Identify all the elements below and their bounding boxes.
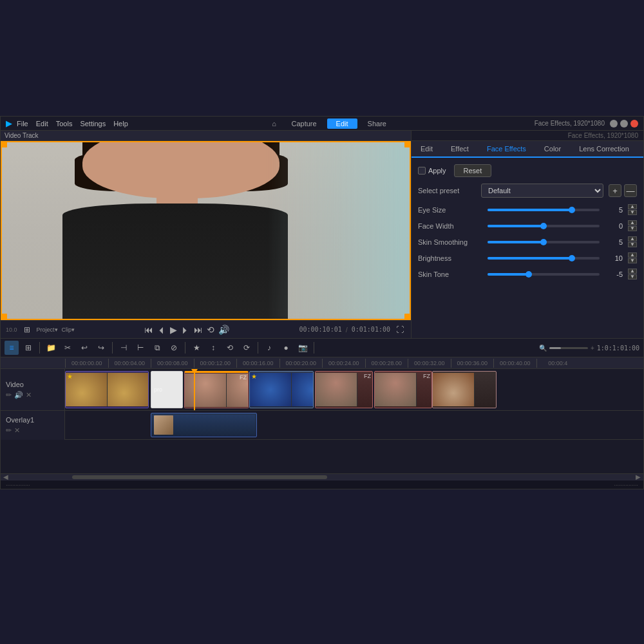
tb-ripple-delete[interactable]: ⊘ — [167, 341, 181, 355]
face-width-up[interactable]: ▲ — [628, 220, 637, 225]
slider-skin-tone-thumb[interactable] — [526, 271, 532, 278]
tb-audio[interactable]: ♪ — [262, 341, 276, 355]
tab-face-effects[interactable]: Face Effects — [478, 141, 535, 158]
fullscreen-button[interactable]: ⛶ — [394, 325, 406, 334]
video-track-lock[interactable]: ✕ — [26, 391, 32, 399]
brightness-down[interactable]: ▼ — [628, 258, 637, 263]
menu-edit[interactable]: Edit — [36, 120, 48, 128]
video-track-content[interactable]: ★ pro FZ — [65, 369, 643, 410]
zoom-in-icon[interactable]: + — [591, 345, 594, 352]
nav-share[interactable]: Share — [359, 118, 395, 129]
preset-actions: + — — [609, 184, 637, 197]
tb-cut[interactable]: ✂ — [61, 341, 75, 355]
ruler-mark-4: 00:00:16.00 — [236, 359, 279, 368]
clip-woman3[interactable]: FZ — [374, 371, 432, 408]
preset-delete-button[interactable]: — — [624, 184, 637, 197]
clip-cosmetics[interactable]: ★ — [249, 371, 314, 408]
overlay-clip[interactable] — [151, 413, 257, 437]
preset-select[interactable]: Default Preset 1 Preset 2 — [481, 184, 603, 198]
zoom-out-icon[interactable]: 🔍 — [539, 345, 547, 352]
clip-blank[interactable]: pro — [151, 371, 183, 408]
slider-skin-smoothing-track[interactable] — [488, 241, 600, 243]
slider-face-width: Face Width 0 ▲ ▼ — [418, 220, 637, 231]
overlay-track-content[interactable] — [65, 411, 643, 439]
tb-grid-view[interactable]: ⊞ — [21, 341, 35, 355]
preset-add-button[interactable]: + — [609, 184, 621, 197]
skin-tone-up[interactable]: ▲ — [628, 269, 637, 274]
tb-undo[interactable]: ↩ — [77, 341, 91, 355]
menu-help[interactable]: Help — [113, 120, 128, 128]
slider-brightness-track[interactable] — [488, 257, 600, 260]
window-controls — [610, 120, 638, 128]
tb-record[interactable]: ● — [279, 341, 293, 355]
loop-button[interactable]: ⟲ — [207, 325, 214, 335]
video-track-speaker[interactable]: 🔊 — [14, 391, 23, 399]
slider-eye-size-track[interactable] — [488, 209, 600, 211]
nav-capture[interactable]: Capture — [282, 118, 325, 129]
skip-start-button[interactable]: ⏮ — [144, 325, 153, 335]
nav-edit[interactable]: Edit — [327, 118, 357, 129]
tab-color[interactable]: Color — [535, 141, 570, 158]
clip-makeup[interactable]: ★ — [65, 371, 149, 408]
menu-settings[interactable]: Settings — [80, 120, 106, 128]
eye-size-down[interactable]: ▼ — [628, 210, 637, 215]
face-width-down[interactable]: ▼ — [628, 226, 637, 231]
eye-size-up[interactable]: ▲ — [628, 204, 637, 209]
tb-duplicate[interactable]: ⧉ — [150, 341, 164, 355]
tb-list-view[interactable]: ≡ — [5, 341, 19, 355]
tb-trim[interactable]: ⊢ — [133, 341, 147, 355]
h-scroll-thumb[interactable] — [72, 475, 327, 479]
fit-button[interactable]: ⊞ — [21, 325, 33, 334]
title-bar-left: ▶ File Edit Tools Settings Help — [6, 119, 128, 128]
clip-woman[interactable]: FZ — [184, 371, 249, 408]
tb-redo[interactable]: ↪ — [94, 341, 108, 355]
clip-woman2[interactable]: FZ — [315, 371, 373, 408]
slider-brightness-thumb[interactable] — [569, 255, 575, 261]
overlay-track-lock[interactable]: ✕ — [14, 426, 20, 435]
volume-button[interactable]: 🔊 — [218, 325, 229, 335]
tab-lens-correction[interactable]: Lens Correction — [570, 141, 638, 158]
tb-transition[interactable]: ↕ — [206, 341, 220, 355]
window-close[interactable] — [630, 120, 638, 128]
play-button[interactable]: ▶ — [170, 325, 177, 335]
tab-edit[interactable]: Edit — [412, 141, 442, 158]
right-panel: Face Effects, 1920*1080 Edit Effect Face… — [412, 131, 643, 338]
tb-split[interactable]: ⊣ — [117, 341, 131, 355]
timecode-sep: / — [346, 326, 348, 334]
brightness-up[interactable]: ▲ — [628, 252, 637, 258]
window-minimize[interactable] — [610, 120, 618, 128]
h-scrollbar[interactable]: ◀ ▶ — [1, 473, 643, 480]
next-frame-button[interactable]: ⏵ — [181, 325, 190, 335]
reset-button[interactable]: Reset — [454, 164, 492, 177]
tb-import[interactable]: 📁 — [44, 341, 58, 355]
slider-face-width-track[interactable] — [488, 225, 600, 227]
clip-woman-thumbs — [185, 374, 248, 407]
prev-frame-button[interactable]: ⏴ — [157, 325, 166, 335]
menu-tools[interactable]: Tools — [56, 120, 73, 128]
home-button[interactable]: ⌂ — [267, 117, 281, 130]
video-track-pen[interactable]: ✏ — [6, 391, 12, 399]
ruler-marks: 00:00:00.00 00:00:04.00 00:00:08.00 00:0… — [65, 359, 579, 368]
preview-video[interactable] — [1, 141, 411, 320]
slider-skin-smoothing-thumb[interactable] — [540, 239, 547, 245]
apply-check[interactable] — [418, 167, 426, 175]
skin-tone-down[interactable]: ▼ — [628, 274, 637, 279]
slider-skin-tone-track[interactable] — [488, 273, 600, 276]
tb-marker[interactable]: ★ — [189, 341, 204, 355]
tb-snapshot[interactable]: 📷 — [296, 341, 310, 355]
apply-checkbox[interactable]: Apply — [418, 167, 446, 175]
menu-file[interactable]: File — [17, 120, 28, 128]
window-maximize[interactable] — [620, 120, 628, 128]
skin-smoothing-down[interactable]: ▼ — [628, 242, 637, 247]
tb-reverse[interactable]: ⟳ — [240, 341, 254, 355]
skin-smoothing-up[interactable]: ▲ — [628, 236, 637, 242]
tab-effect[interactable]: Effect — [442, 141, 478, 158]
slider-face-width-thumb[interactable] — [540, 223, 547, 229]
tb-speed[interactable]: ⟲ — [223, 341, 237, 355]
zoom-slider[interactable] — [549, 347, 588, 349]
slider-eye-size-thumb[interactable] — [569, 207, 575, 213]
skip-end-button[interactable]: ⏭ — [194, 325, 203, 335]
overlay-track-pen[interactable]: ✏ — [6, 426, 12, 435]
nav-tabs: ⌂ Capture Edit Share — [267, 117, 395, 130]
clip-palette[interactable] — [432, 371, 497, 408]
